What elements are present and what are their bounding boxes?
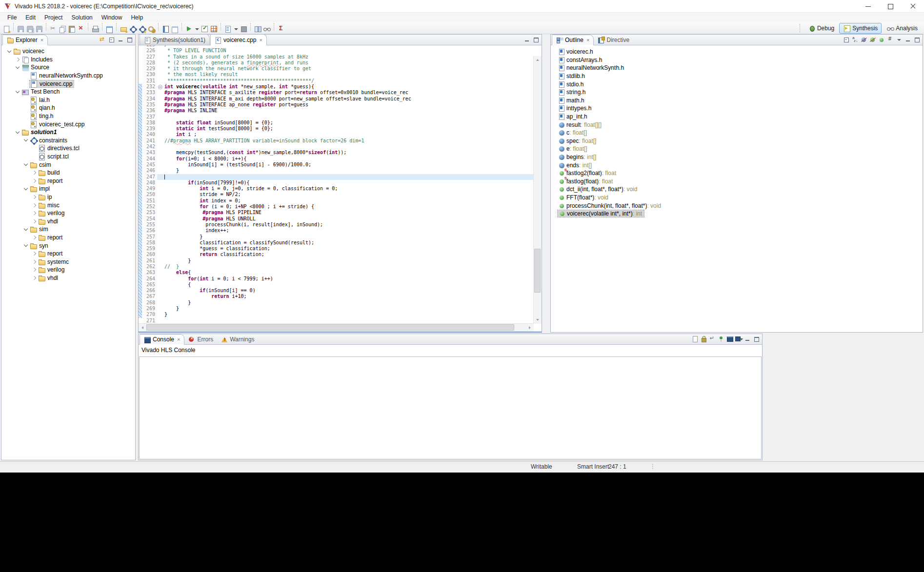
collapse-arrow-icon[interactable] bbox=[22, 188, 30, 190]
cosim-check-icon[interactable] bbox=[201, 25, 209, 33]
menu-file[interactable]: File bbox=[3, 13, 21, 22]
close-icon[interactable]: × bbox=[177, 336, 180, 342]
code-line[interactable]: 270} bbox=[139, 312, 534, 317]
tree-item-report[interactable]: report bbox=[1, 250, 135, 258]
code-text[interactable]: * Takes in a sound of size 16000 samples… bbox=[163, 54, 534, 60]
new-solution-icon[interactable] bbox=[120, 25, 128, 33]
line-number[interactable]: 252 bbox=[142, 204, 157, 210]
fold-margin[interactable] bbox=[157, 246, 163, 252]
line-number[interactable]: 250 bbox=[142, 192, 157, 197]
outline-tab-outline[interactable]: Outline× bbox=[552, 35, 594, 45]
code-text[interactable]: #pragma HLS PIPELINE bbox=[163, 210, 534, 216]
outline-item-neuralnetworksynth-h[interactable]: neuralNetworkSynth.h bbox=[551, 64, 923, 72]
collapse-all-icon[interactable] bbox=[108, 36, 116, 44]
open-console-icon[interactable] bbox=[735, 335, 743, 343]
tree-item-qian-h[interactable]: qian.h bbox=[1, 104, 135, 112]
outline-item-spec[interactable]: spec : float[] bbox=[551, 137, 923, 145]
fold-margin[interactable] bbox=[157, 150, 163, 156]
code-text[interactable]: int index = 0; bbox=[163, 198, 534, 204]
scroll-left-arrow[interactable] bbox=[139, 324, 146, 332]
compare-reports-icon[interactable] bbox=[254, 25, 262, 33]
line-number[interactable]: 264 bbox=[142, 276, 157, 282]
fold-margin[interactable] bbox=[157, 96, 163, 102]
line-number[interactable]: 266 bbox=[142, 288, 157, 294]
line-number[interactable]: 256 bbox=[142, 228, 157, 234]
code-text[interactable]: int i ; bbox=[163, 132, 534, 138]
code-line[interactable]: 262// } bbox=[139, 264, 534, 270]
minimize-editor-icon[interactable] bbox=[523, 36, 531, 44]
code-line[interactable]: 227 * Takes in a sound of size 16000 sam… bbox=[139, 54, 534, 60]
expand-arrow-icon[interactable] bbox=[30, 171, 38, 174]
window-maximize-button[interactable] bbox=[879, 0, 902, 13]
line-number[interactable]: 241 bbox=[142, 138, 157, 144]
tree-item-voicerec[interactable]: voicerec bbox=[1, 47, 135, 56]
fold-margin[interactable] bbox=[157, 174, 163, 180]
code-line[interactable]: 244 for(i=0; i < 8000; i++){ bbox=[139, 156, 534, 162]
tree-item-solution1[interactable]: solution1 bbox=[1, 128, 135, 137]
fold-margin[interactable] bbox=[157, 192, 163, 197]
outline-item-e[interactable]: e : float[] bbox=[551, 145, 923, 153]
code-text[interactable]: stride = NP/2; bbox=[163, 192, 534, 197]
fold-margin[interactable] bbox=[157, 156, 163, 162]
tree-item-constraints[interactable]: constraints bbox=[1, 137, 135, 145]
new-wizard-icon[interactable] bbox=[2, 25, 11, 33]
outline-item-dct-ii-int-float-float[interactable]: dct_ii(int, float*, float*) : void bbox=[551, 185, 923, 194]
tree-item-sim[interactable]: sim bbox=[1, 225, 135, 234]
expand-arrow-icon[interactable] bbox=[30, 179, 38, 182]
fold-margin[interactable] bbox=[157, 198, 163, 204]
code-text[interactable]: ****************************************… bbox=[163, 78, 534, 84]
line-number[interactable]: 248 bbox=[142, 180, 157, 186]
code-line[interactable]: 237 bbox=[139, 114, 534, 120]
code-text[interactable]: return classification; bbox=[163, 252, 534, 257]
save-icon[interactable] bbox=[17, 25, 25, 33]
collapse-arrow-icon[interactable] bbox=[14, 67, 21, 68]
code-editor[interactable]: 225/************************************… bbox=[139, 45, 542, 332]
expand-arrow-icon[interactable] bbox=[30, 204, 38, 207]
code-text[interactable]: #pragma HLS INTERFACE ap_none register p… bbox=[163, 102, 534, 108]
display-selected-console-icon[interactable] bbox=[726, 335, 734, 343]
fold-margin[interactable] bbox=[157, 78, 163, 84]
minimize-panel-icon[interactable] bbox=[904, 36, 912, 44]
fold-margin[interactable] bbox=[157, 288, 163, 294]
line-number[interactable]: 246 bbox=[142, 168, 157, 174]
code-text[interactable]: #pragma HLS INTERFACE m_axi depth=8000 p… bbox=[163, 96, 534, 102]
line-number[interactable]: 235 bbox=[142, 102, 157, 108]
fold-margin[interactable] bbox=[157, 312, 163, 317]
fold-margin[interactable] bbox=[157, 108, 163, 114]
code-text[interactable]: } bbox=[163, 234, 534, 240]
code-line[interactable]: 251 int index = 0; bbox=[139, 198, 534, 204]
menu-edit[interactable]: Edit bbox=[21, 13, 40, 22]
fold-margin[interactable] bbox=[157, 90, 163, 96]
expand-arrow-icon[interactable] bbox=[30, 276, 38, 279]
code-line[interactable]: 259 *guess = classification; bbox=[139, 246, 534, 252]
close-icon[interactable]: × bbox=[40, 37, 43, 43]
hide-static-members-icon[interactable] bbox=[869, 36, 877, 44]
run-flow-icon[interactable] bbox=[138, 25, 146, 33]
line-number[interactable]: 243 bbox=[142, 150, 157, 156]
fold-margin[interactable] bbox=[157, 264, 163, 270]
tree-item-script-tcl[interactable]: script.tcl bbox=[1, 153, 135, 161]
code-line[interactable]: 263 else{ bbox=[139, 270, 534, 276]
paste-icon[interactable] bbox=[68, 25, 76, 33]
code-line[interactable]: 266 if(inSound[i] == 0) bbox=[139, 288, 534, 294]
fold-margin[interactable] bbox=[157, 234, 163, 240]
tree-item-impl[interactable]: impl bbox=[1, 185, 135, 193]
line-number[interactable]: 269 bbox=[142, 306, 157, 312]
tree-item-report[interactable]: report bbox=[1, 177, 135, 185]
line-number[interactable]: 245 bbox=[142, 162, 157, 168]
code-text[interactable]: } bbox=[163, 306, 534, 312]
line-number[interactable]: 253 bbox=[142, 210, 157, 216]
code-text[interactable]: #pragma HLS INLINE bbox=[163, 108, 534, 114]
code-text[interactable]: if(inSound[i] == 0) bbox=[163, 288, 534, 294]
tree-item-vhdl[interactable]: vhdl bbox=[1, 274, 135, 282]
code-text[interactable]: static float inSound[8000] = {0}; bbox=[163, 120, 534, 126]
window-minimize-button[interactable] bbox=[857, 0, 879, 13]
code-line[interactable]: 260 return classification; bbox=[139, 252, 534, 257]
code-text[interactable]: } bbox=[163, 300, 534, 306]
outline-tab-directive[interactable]: Directive bbox=[594, 35, 633, 45]
scroll-down-arrow[interactable] bbox=[534, 316, 542, 324]
code-line[interactable]: 253 #pragma HLS PIPELINE bbox=[139, 210, 534, 216]
line-number[interactable]: 270 bbox=[142, 312, 157, 317]
outline-item-math-h[interactable]: math.h bbox=[551, 97, 923, 105]
fold-margin[interactable] bbox=[157, 240, 163, 246]
